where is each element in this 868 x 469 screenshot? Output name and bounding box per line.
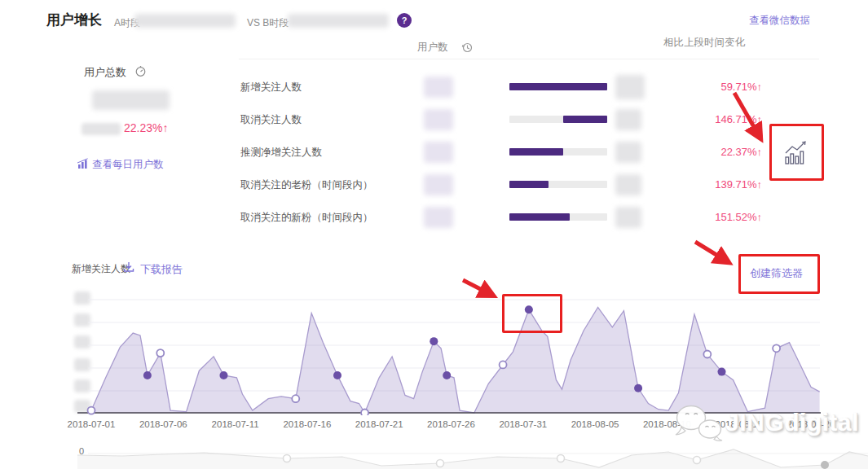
row-value-redacted (424, 109, 453, 130)
daily-chart-icon (77, 158, 90, 169)
history-icon[interactable] (461, 42, 473, 53)
x-axis-label: 2018-07-26 (427, 419, 475, 429)
period-a-value-redacted[interactable] (134, 14, 236, 28)
row-ref-redacted (615, 109, 641, 130)
comparison-bar (509, 181, 607, 188)
row-percent: 139.71%↑ (715, 170, 762, 199)
period-b-value-redacted[interactable] (288, 14, 389, 28)
col-header-users: 用户数 (417, 41, 448, 55)
growth-delta-redacted (82, 123, 121, 135)
watermark-text: JINGdigital (725, 409, 859, 436)
x-axis-label: 2018-07-06 (139, 419, 187, 429)
row-label: 推测净增关注人数 (240, 138, 322, 167)
row-value-redacted (424, 174, 453, 195)
table-row: 取消关注人数 146.71%↑ (240, 105, 762, 134)
x-axis-label: 2018-07-21 (355, 419, 403, 429)
comparison-bar-fill (509, 148, 563, 156)
row-label: 新增关注人数 (240, 72, 302, 102)
col-header-change: 相比上段时间变化 (663, 36, 745, 50)
header-divider (239, 59, 819, 59)
wechat-logo-watermark (672, 401, 725, 445)
annotation-box-chart-icon[interactable] (769, 124, 824, 181)
annotation-arrow-filter (695, 242, 727, 261)
row-value-redacted (424, 142, 453, 163)
followers-area-chart[interactable] (0, 289, 868, 415)
create-filter-link[interactable]: 创建筛选器 (750, 266, 803, 281)
comparison-bar-fill (509, 213, 570, 221)
x-axis-label: 2018-07-31 (499, 419, 547, 429)
table-row: 新增关注人数 59.71%↑ (240, 72, 762, 102)
row-value-redacted (424, 207, 453, 228)
row-label: 取消关注的新粉（时间段内） (240, 203, 373, 232)
trend-chart-icon (782, 139, 812, 165)
annotation-box-peak-point[interactable] (502, 294, 562, 333)
row-percent: 59.71%↑ (720, 72, 762, 102)
row-ref-redacted (615, 142, 641, 163)
download-icon[interactable] (122, 261, 135, 274)
comparison-bar (509, 148, 607, 156)
row-ref-redacted (615, 75, 645, 99)
user-growth-dashboard: 用户增长 A时段 VS B时段 ? 查看微信数据 用户数 相比上段时间变化 用户… (0, 0, 868, 469)
page-title: 用户增长 (46, 11, 102, 29)
row-percent: 151.52%↑ (715, 203, 762, 232)
row-label: 取消关注的老粉（时间段内） (240, 170, 373, 199)
period-b-label: VS B时段 (247, 16, 289, 30)
comparison-bar (509, 213, 607, 221)
secondary-chart[interactable] (0, 440, 868, 469)
total-users-label: 用户总数 (84, 65, 126, 80)
row-value-redacted (424, 77, 453, 98)
stopwatch-icon[interactable] (134, 65, 147, 77)
row-percent: 22.37%↑ (720, 138, 762, 167)
row-percent: 146.71%↑ (715, 105, 762, 134)
row-ref-redacted (615, 207, 641, 228)
comparison-bar (509, 116, 607, 123)
table-row: 推测净增关注人数 22.37%↑ (240, 138, 762, 167)
view-daily-users-link[interactable]: 查看每日用户数 (92, 158, 164, 172)
comparison-bar (509, 83, 607, 90)
help-icon[interactable]: ? (397, 13, 412, 28)
table-row: 取消关注的新粉（时间段内） 151.52%↑ (240, 203, 762, 232)
comparison-bar-fill (509, 181, 549, 188)
download-report-link[interactable]: 下载报告 (140, 262, 183, 277)
x-axis-label: 2018-08-05 (571, 419, 619, 429)
x-axis-label: 2018-07-01 (68, 419, 116, 429)
row-label: 取消关注人数 (240, 105, 302, 134)
view-wechat-data-link[interactable]: 查看微信数据 (749, 14, 810, 28)
row-ref-redacted (615, 174, 641, 195)
table-row: 取消关注的老粉（时间段内） 139.71%↑ (240, 170, 762, 199)
x-axis-label: 2018-07-16 (283, 419, 331, 429)
comparison-bar-fill (563, 116, 607, 123)
comparison-bar-fill (509, 83, 607, 90)
x-axis-label: 2018-07-11 (212, 419, 259, 429)
total-growth-percent: 22.23%↑ (124, 121, 168, 134)
total-users-value-redacted (92, 90, 170, 110)
